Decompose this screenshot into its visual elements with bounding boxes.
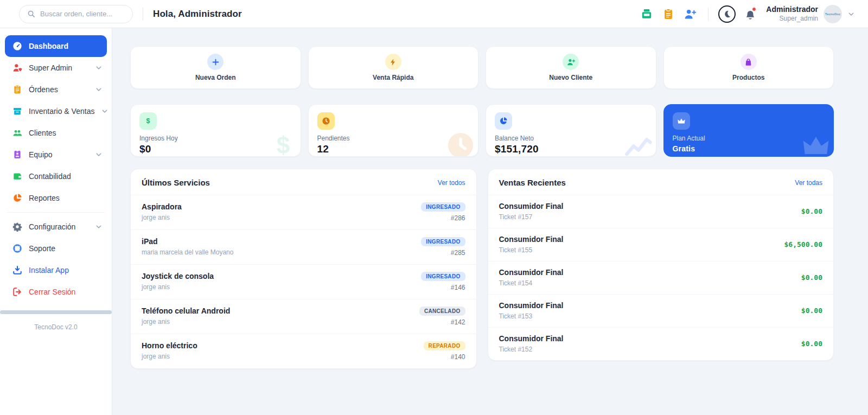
sidebar-item[interactable]: Configuración bbox=[5, 216, 107, 238]
topbar-divider bbox=[143, 8, 143, 21]
service-client: jorge anis bbox=[142, 318, 230, 325]
chevron-down-icon bbox=[95, 86, 103, 93]
user-plus-icon bbox=[567, 58, 575, 66]
service-order-number: #286 bbox=[451, 214, 465, 222]
stat-watermark bbox=[623, 130, 654, 157]
sidebar-item[interactable]: Soporte bbox=[5, 238, 107, 259]
sale-ticket: Ticket #155 bbox=[499, 246, 564, 254]
id-badge-icon bbox=[12, 150, 22, 159]
sidebar-item[interactable]: Super Admin bbox=[5, 57, 107, 79]
chevron-down-icon bbox=[95, 151, 103, 158]
topbar-divider bbox=[708, 8, 709, 21]
sidebar-item[interactable]: Órdenes bbox=[5, 79, 107, 100]
sidebar-divider bbox=[7, 212, 105, 213]
sale-amount: $0.00 bbox=[801, 207, 822, 215]
sale-row[interactable]: Consumidor Final Ticket #155 $6,500.00 bbox=[488, 228, 834, 261]
sale-row[interactable]: Consumidor Final Ticket #152 $0.00 bbox=[488, 328, 834, 360]
service-device: Teléfono celular Android bbox=[142, 307, 230, 315]
topbar-quick-action-button[interactable] bbox=[662, 8, 674, 20]
clipboard-icon bbox=[12, 85, 22, 94]
status-badge: INGRESADO bbox=[421, 237, 465, 246]
quick-action-card[interactable]: Nueva Orden bbox=[130, 46, 301, 89]
sale-ticket: Ticket #154 bbox=[499, 279, 564, 287]
service-order-number: #146 bbox=[451, 284, 465, 291]
sidebar-item[interactable]: Equipo bbox=[5, 144, 107, 165]
sale-client: Consumidor Final bbox=[499, 334, 564, 343]
services-view-all-link[interactable]: Ver todos bbox=[438, 179, 465, 187]
sidebar-item-label: Instalar App bbox=[29, 266, 69, 274]
svg-text:$: $ bbox=[276, 132, 289, 157]
sale-client: Consumidor Final bbox=[499, 268, 564, 277]
sale-ticket: Ticket #157 bbox=[499, 213, 564, 221]
service-row[interactable]: Horno eléctrico jorge anis REPARADO #140 bbox=[131, 334, 476, 368]
search-icon bbox=[27, 10, 35, 18]
sidebar-item-label: Reportes bbox=[29, 194, 60, 202]
sidebar-item-label: Configuración bbox=[29, 222, 75, 231]
notifications-button[interactable] bbox=[744, 8, 756, 20]
box-icon bbox=[12, 106, 22, 116]
app-version: TecnoDoc v2.0 bbox=[5, 323, 107, 331]
bag-icon bbox=[744, 58, 752, 66]
sidebar-item[interactable]: Reportes bbox=[5, 187, 107, 209]
sidebar-nav: Dashboard Super Admin Órdenes Inventario… bbox=[5, 35, 107, 303]
sales-panel-title: Ventas Recientes bbox=[499, 178, 566, 187]
sales-view-all-link[interactable]: Ver todas bbox=[795, 179, 822, 187]
dollar-icon: $ bbox=[144, 117, 152, 125]
quick-actions-row: Nueva Orden Venta Rápida Nuevo Cliente P… bbox=[130, 46, 834, 89]
service-device: Aspiradora bbox=[142, 202, 182, 211]
service-row[interactable]: iPad maria marcela del valle Moyano INGR… bbox=[131, 230, 476, 265]
topbar-quick-action-button[interactable] bbox=[641, 8, 653, 20]
sidebar-item[interactable]: Instalar App bbox=[5, 259, 107, 281]
recent-sales-panel: Ventas Recientes Ver todas Consumidor Fi… bbox=[488, 169, 834, 361]
sale-row[interactable]: Consumidor Final Ticket #157 $0.00 bbox=[488, 195, 834, 228]
quick-action-label: Nuevo Cliente bbox=[549, 74, 592, 81]
chevron-down-icon bbox=[95, 64, 103, 72]
sidebar-item-label: Órdenes bbox=[29, 85, 58, 94]
quick-action-label: Venta Rápida bbox=[373, 74, 413, 81]
stat-card: Balance Neto $151,720 bbox=[486, 104, 656, 157]
quick-action-card[interactable]: Productos bbox=[663, 46, 834, 89]
quick-action-label: Nueva Orden bbox=[195, 74, 236, 81]
svg-text:$: $ bbox=[146, 117, 150, 125]
service-row[interactable]: Teléfono celular Android jorge anis CANC… bbox=[131, 299, 476, 334]
sidebar-scrollbar[interactable] bbox=[0, 310, 112, 314]
service-row[interactable]: Aspiradora jorge anis INGRESADO #286 bbox=[131, 195, 476, 230]
user-menu[interactable]: Administrador Super_admin TecnoDoc bbox=[766, 5, 855, 23]
sidebar-item[interactable]: Contabilidad bbox=[5, 165, 107, 187]
sidebar-item-label: Equipo bbox=[29, 150, 53, 159]
pie-icon bbox=[12, 193, 22, 203]
sale-ticket: Ticket #152 bbox=[499, 346, 564, 353]
sale-row[interactable]: Consumidor Final Ticket #154 $0.00 bbox=[488, 261, 834, 295]
moon-icon bbox=[723, 10, 731, 18]
download-icon bbox=[12, 265, 22, 275]
stat-watermark bbox=[801, 130, 831, 157]
sidebar-item[interactable]: Cerrar Sesión bbox=[5, 281, 107, 303]
service-row[interactable]: Joystick de consola jorge anis INGRESADO… bbox=[131, 265, 476, 299]
topbar-quick-action-button[interactable] bbox=[684, 8, 696, 20]
sidebar-item[interactable]: Dashboard bbox=[5, 35, 107, 57]
sale-row[interactable]: Consumidor Final Ticket #153 $0.00 bbox=[488, 295, 834, 328]
service-client: jorge anis bbox=[142, 353, 197, 360]
stats-row: $ Ingresos Hoy $0 $ Pendientes 12 Balanc… bbox=[130, 104, 834, 157]
search-box[interactable] bbox=[19, 5, 133, 23]
user-plus-icon bbox=[684, 8, 696, 20]
page-greeting: Hola, Administrador bbox=[153, 9, 242, 20]
search-input[interactable] bbox=[40, 10, 125, 18]
sidebar-item[interactable]: Inventario & Ventas bbox=[5, 100, 107, 122]
theme-toggle-button[interactable] bbox=[718, 5, 736, 23]
gear-icon bbox=[12, 222, 22, 232]
status-badge: INGRESADO bbox=[421, 272, 465, 281]
sidebar-item[interactable]: Clientes bbox=[5, 122, 107, 144]
clipboard-icon bbox=[662, 8, 674, 20]
stat-watermark bbox=[445, 130, 476, 157]
panels-row: Últimos Servicios Ver todos Aspiradora j… bbox=[130, 169, 834, 369]
avatar[interactable]: TecnoDoc bbox=[824, 5, 842, 23]
crown-icon bbox=[677, 117, 686, 125]
stat-card: Plan Actual Gratis bbox=[663, 104, 834, 157]
quick-action-card[interactable]: Venta Rápida bbox=[308, 46, 479, 89]
sale-amount: $0.00 bbox=[801, 340, 822, 348]
quick-action-card[interactable]: Nuevo Cliente bbox=[486, 46, 656, 89]
services-panel-title: Últimos Servicios bbox=[142, 178, 210, 187]
sales-list: Consumidor Final Ticket #157 $0.00 Consu… bbox=[488, 195, 834, 360]
main-content: Nueva Orden Venta Rápida Nuevo Cliente P… bbox=[112, 28, 868, 415]
